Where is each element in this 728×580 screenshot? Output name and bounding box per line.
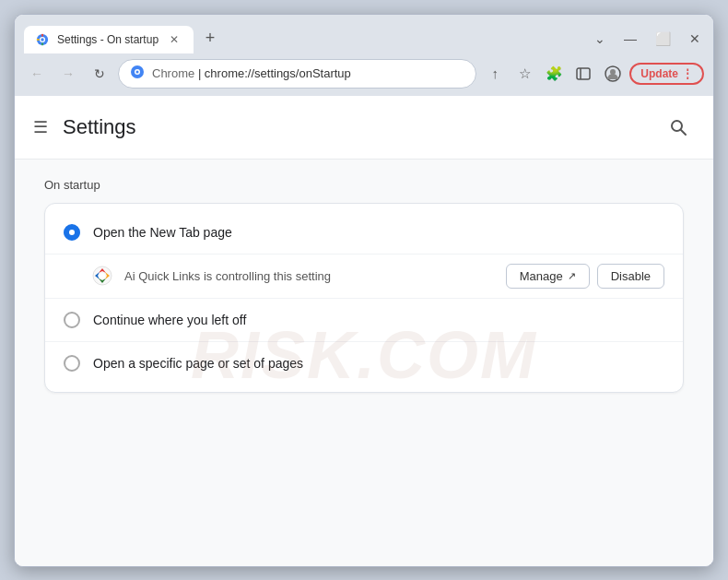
options-card: Open the New Tab page Ai bbox=[44, 203, 684, 393]
browser-toolbar: ← → ↻ Chrome | chrome://settings/onStart… bbox=[15, 53, 713, 96]
browser-window: Settings - On startup ✕ + ⌄ — ⬜ ✕ ← → ↻ … bbox=[14, 14, 714, 567]
tab-title: Settings - On startup bbox=[57, 33, 159, 46]
extension-icon bbox=[91, 265, 113, 287]
manage-button[interactable]: Manage ↗ bbox=[506, 264, 590, 289]
option-continue[interactable]: Continue where you left off bbox=[45, 299, 683, 341]
svg-point-14 bbox=[100, 273, 105, 278]
external-link-icon: ↗ bbox=[568, 270, 576, 282]
address-bar[interactable]: Chrome | chrome://settings/onStartup bbox=[118, 59, 476, 89]
page-title: Settings bbox=[63, 115, 647, 139]
manage-label: Manage bbox=[520, 269, 563, 283]
tab-favicon-icon bbox=[35, 32, 50, 47]
svg-rect-2 bbox=[41, 42, 43, 45]
option-open-new-tab-label: Open the New Tab page bbox=[93, 225, 232, 240]
radio-selected-indicator bbox=[69, 230, 75, 235]
svg-line-12 bbox=[681, 130, 686, 135]
reload-button[interactable]: ↻ bbox=[87, 61, 112, 87]
site-favicon-icon bbox=[130, 65, 145, 82]
minimize-button[interactable]: — bbox=[620, 30, 640, 48]
address-text: Chrome | chrome://settings/onStartup bbox=[152, 66, 464, 80]
radio-continue[interactable] bbox=[64, 312, 80, 328]
svg-rect-7 bbox=[577, 68, 590, 79]
update-chevron-icon: ⋮ bbox=[682, 67, 693, 80]
settings-search-button[interactable] bbox=[662, 111, 695, 144]
update-label: Update bbox=[640, 67, 678, 80]
chevron-down-icon[interactable]: ⌄ bbox=[591, 30, 609, 48]
settings-body: On startup Open the New Tab page bbox=[15, 160, 713, 411]
section-label: On startup bbox=[44, 178, 684, 192]
close-button[interactable]: ✕ bbox=[686, 30, 704, 48]
settings-header: ☰ Settings bbox=[15, 96, 713, 160]
disable-label: Disable bbox=[611, 269, 651, 283]
extension-row: Ai Quick Links is controlling this setti… bbox=[45, 254, 683, 298]
bookmark-icon[interactable]: ☆ bbox=[511, 61, 537, 87]
disable-button[interactable]: Disable bbox=[597, 264, 664, 289]
sidebar-icon[interactable] bbox=[570, 61, 596, 87]
svg-point-6 bbox=[136, 71, 139, 74]
update-button[interactable]: Update ⋮ bbox=[629, 63, 704, 85]
share-icon[interactable]: ↑ bbox=[482, 61, 508, 87]
page-content: ☰ Settings On startup Open the New Tab p… bbox=[15, 96, 713, 566]
extension-actions: Manage ↗ Disable bbox=[506, 264, 664, 289]
address-sitename: Chrome bbox=[152, 66, 194, 80]
option-continue-label: Continue where you left off bbox=[93, 313, 246, 327]
option-open-new-tab[interactable]: Open the New Tab page bbox=[45, 211, 683, 254]
svg-rect-3 bbox=[37, 39, 40, 41]
tab-close-button[interactable]: ✕ bbox=[166, 31, 182, 48]
extensions-icon[interactable]: 🧩 bbox=[541, 61, 567, 87]
forward-button[interactable]: → bbox=[55, 61, 81, 87]
svg-rect-1 bbox=[41, 33, 43, 36]
option-specific-page[interactable]: Open a specific page or set of pages bbox=[45, 342, 683, 385]
address-separator: | chrome://settings/onStartup bbox=[198, 66, 351, 80]
option-specific-page-label: Open a specific page or set of pages bbox=[93, 356, 303, 371]
active-tab[interactable]: Settings - On startup ✕ bbox=[24, 26, 194, 53]
radio-open-new-tab[interactable] bbox=[64, 224, 80, 241]
profile-icon[interactable] bbox=[600, 61, 626, 87]
window-controls: ⌄ — ⬜ ✕ bbox=[591, 30, 704, 48]
new-tab-button[interactable]: + bbox=[197, 26, 223, 52]
extension-description: Ai Quick Links is controlling this setti… bbox=[124, 269, 495, 283]
hamburger-menu-icon[interactable]: ☰ bbox=[33, 117, 48, 137]
radio-specific-page[interactable] bbox=[64, 355, 80, 372]
title-bar: Settings - On startup ✕ + ⌄ — ⬜ ✕ bbox=[15, 15, 713, 53]
maximize-button[interactable]: ⬜ bbox=[652, 30, 675, 48]
toolbar-actions: ↑ ☆ 🧩 Update ⋮ bbox=[482, 61, 704, 87]
back-button[interactable]: ← bbox=[24, 61, 50, 87]
